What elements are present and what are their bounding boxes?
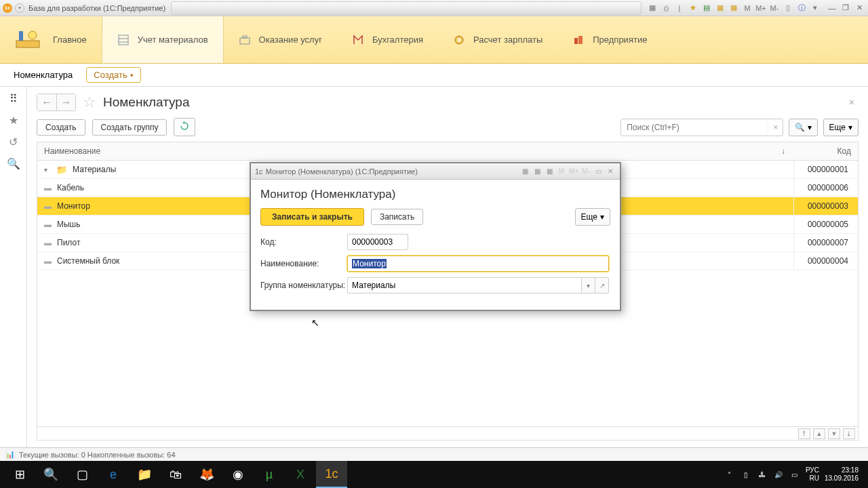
favorite-icon[interactable]: ★ [688, 3, 698, 14]
calendar-icon[interactable]: ▦ [728, 3, 739, 14]
svg-rect-0 [16, 41, 39, 47]
titlebar-dropdown-icon[interactable]: ▾ [15, 3, 24, 13]
page-title: Номенклатура [103, 95, 190, 110]
save-close-button[interactable]: Записать и закрыть [260, 208, 364, 226]
mminus-icon[interactable]: M- [769, 3, 780, 14]
save-button[interactable]: Записать [371, 209, 423, 225]
close-button[interactable]: ✕ [853, 3, 865, 14]
dialog-toolbar: Записать и закрыть Записать Еще ▾ [260, 208, 610, 226]
section-materials[interactable]: Учет материалов [102, 16, 224, 63]
minimize-button[interactable]: — [826, 3, 838, 14]
star-icon[interactable]: ★ [7, 114, 20, 126]
name-field[interactable]: Монитор [347, 256, 609, 272]
search-input[interactable]: × [620, 119, 783, 136]
firefox-icon[interactable]: 🦊 [191, 461, 222, 488]
dialog-close-button[interactable]: ✕ [605, 166, 616, 177]
panel-icon[interactable]: ▯ [783, 3, 793, 14]
col-name-header[interactable]: Наименование [37, 142, 773, 160]
clock[interactable]: 23:1813.09.2016 [825, 466, 859, 483]
calculator-icon[interactable]: ▦ [715, 3, 726, 14]
name-label: Наименование: [260, 259, 347, 268]
close-page-button[interactable]: × [849, 97, 854, 108]
tray-icon[interactable]: ▭ [789, 471, 800, 479]
svg-point-2 [28, 31, 37, 39]
section-payroll[interactable]: Расчет зарплаты [438, 16, 557, 63]
favorite-star-icon[interactable]: ☆ [83, 94, 96, 111]
dialog-titlebar[interactable]: 1c Монитор (Номенклатура) (1С:Предприяти… [251, 163, 620, 180]
tree-expand-icon[interactable]: ▾ [44, 166, 51, 174]
mplus-icon[interactable]: M+ [755, 3, 766, 14]
titlebar-icon[interactable]: ▦ [647, 3, 658, 14]
dialog-icon[interactable]: ▦ [544, 166, 555, 177]
item-icon: ▬ [44, 202, 52, 210]
excel-icon[interactable]: X [285, 461, 316, 488]
scroll-top-icon[interactable]: ⤒ [798, 428, 810, 439]
grid-icon[interactable]: ⠿ [7, 92, 20, 104]
search-button[interactable]: 🔍 [35, 461, 66, 488]
chevron-down-icon[interactable]: ▾ [582, 277, 595, 293]
status-text: Текущие вызовы: 0 Накопленные вызовы: 64 [19, 451, 176, 459]
system-tray: ˄ ▯ 🖧 🔊 ▭ РУСRU 23:1813.09.2016 [724, 466, 864, 483]
svg-rect-3 [119, 35, 128, 45]
subnav-create-button[interactable]: Создать ▾ [86, 67, 140, 83]
sort-indicator-icon[interactable]: ↓ [773, 142, 793, 160]
create-group-button[interactable]: Создать группу [92, 119, 167, 136]
window-title: База для разработки (1С:Предприятие) [28, 4, 165, 12]
utorrent-icon[interactable]: µ [254, 461, 285, 488]
maximize-button[interactable]: ❐ [840, 3, 852, 14]
section-services[interactable]: Оказание услуг [224, 16, 337, 63]
scroll-down-icon[interactable]: ▼ [828, 428, 840, 439]
section-enterprise[interactable]: Предприятие [557, 16, 662, 63]
dialog-icon[interactable]: ▦ [519, 166, 530, 177]
history-icon[interactable]: ↺ [7, 136, 20, 148]
dialog-icon[interactable]: ▦ [532, 166, 542, 177]
taskview-button[interactable]: ▢ [66, 461, 98, 488]
titlebar-dropdown[interactable]: ▾ [810, 3, 821, 14]
svg-point-9 [457, 38, 461, 42]
breadcrumb[interactable]: Номенклатура [14, 70, 73, 80]
scroll-up-icon[interactable]: ▲ [813, 428, 825, 439]
info-icon[interactable]: ⓘ [796, 3, 807, 14]
enterprise-icon [572, 34, 585, 46]
titlebar-icon[interactable]: ▤ [701, 3, 712, 14]
tray-up-icon[interactable]: ˄ [724, 471, 735, 479]
search-field[interactable] [621, 123, 768, 132]
svg-rect-6 [240, 38, 250, 44]
search-clear-icon[interactable]: × [768, 123, 783, 132]
titlebar-icons: ▦ ⎙ | ★ ▤ ▦ ▦ M M+ M- ▯ ⓘ ▾ [647, 3, 821, 14]
scroll-bottom-icon[interactable]: ⤓ [843, 428, 855, 439]
group-field[interactable]: Материалы ▾ ↗ [347, 277, 609, 293]
status-icon: 📊 [5, 450, 15, 459]
explorer-icon[interactable]: 📁 [129, 461, 160, 488]
back-button[interactable]: ← [37, 94, 56, 110]
open-icon[interactable]: ↗ [595, 277, 609, 293]
desk-icon [11, 26, 45, 54]
refresh-button[interactable] [174, 118, 195, 136]
code-field[interactable]: 000000003 [347, 234, 408, 250]
network-icon[interactable]: 🖧 [757, 471, 768, 479]
store-icon[interactable]: 🛍 [160, 461, 191, 488]
start-button[interactable]: ⊞ [4, 461, 35, 488]
create-button[interactable]: Создать [37, 119, 85, 136]
item-dialog: 1c Монитор (Номенклатура) (1С:Предприяти… [250, 162, 621, 311]
search-icon[interactable]: 🔍 [7, 157, 20, 169]
tray-icon[interactable]: ▯ [741, 471, 751, 479]
dialog-restore-button[interactable]: ▭ [593, 166, 604, 177]
section-main[interactable]: Главное [0, 16, 102, 63]
1c-taskbar-icon[interactable]: 1c [316, 461, 347, 488]
dialog-body: Монитор (Номенклатура) Записать и закрыт… [251, 180, 620, 310]
dialog-more-button[interactable]: Еще ▾ [575, 208, 610, 226]
col-code-header[interactable]: Код [793, 142, 858, 160]
volume-icon[interactable]: 🔊 [773, 471, 784, 479]
section-accounting[interactable]: Бухгалтерия [337, 16, 438, 63]
more-button[interactable]: Еще ▾ [823, 119, 859, 136]
edge-icon[interactable]: e [98, 461, 129, 488]
search-button[interactable]: 🔍 ▾ [789, 119, 817, 136]
chrome-icon[interactable]: ◉ [222, 461, 254, 488]
svg-rect-11 [578, 36, 583, 44]
lang-indicator[interactable]: РУСRU [806, 466, 819, 483]
forward-button[interactable]: → [56, 94, 75, 110]
m-icon[interactable]: M [742, 3, 753, 14]
titlebar-icon[interactable]: ⎙ [660, 3, 671, 14]
page-toolbar: Создать Создать группу × 🔍 ▾ Еще ▾ [37, 118, 859, 136]
